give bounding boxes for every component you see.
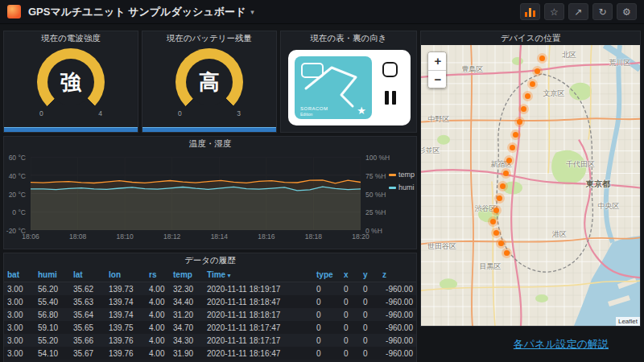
navbar: GPSマルチユニット サンプルダッシュボード ▾ ☆ ↗ ↻ ⚙ (0, 0, 644, 24)
panel-title-battery[interactable]: 現在のバッテリー残量 (142, 31, 276, 45)
table-cell: 4.00 (146, 321, 170, 334)
table-cell: 54.10 (35, 347, 70, 360)
table-cell: 4.00 (146, 308, 170, 321)
legend-label: humi (398, 183, 415, 191)
table-cell: -960.00 (379, 308, 416, 321)
table-header-bat[interactable]: bat (4, 268, 35, 282)
table-header-Time[interactable]: Time ▾ (204, 268, 313, 282)
table-row[interactable]: 3.0055.4035.63139.744.0034.402020-11-11 … (4, 295, 416, 308)
gps-marker[interactable] (503, 171, 509, 176)
table-cell: 56.20 (35, 282, 70, 296)
panel-settings-help-link[interactable]: 各パネル設定の解説 (514, 337, 609, 352)
table-cell: 2020-11-11 18:17:17 (204, 334, 313, 347)
chart-legend: temphumi (389, 171, 417, 196)
table-cell: 139.75 (105, 321, 146, 334)
panel-title-signal[interactable]: 現在の電波強度 (4, 31, 138, 45)
table-row[interactable]: 3.0056.2035.62139.734.0032.302020-11-11 … (4, 282, 416, 296)
legend-item-temp[interactable]: temp (389, 171, 417, 179)
table-cell: 0 (313, 295, 341, 308)
gps-marker[interactable] (525, 93, 530, 99)
legend-label: temp (398, 171, 415, 179)
table-body: 3.0056.2035.62139.734.0032.302020-11-11 … (4, 282, 416, 360)
panel-title-map[interactable]: デバイスの位置 (421, 31, 640, 45)
gps-marker[interactable] (506, 158, 512, 163)
device-illustration: ★ SORACOM Edition (295, 56, 372, 119)
table-cell: 35.63 (70, 295, 105, 308)
y-axis-left-tick: 40 °C (9, 172, 26, 180)
table-cell: 0 (341, 347, 360, 360)
gps-marker[interactable] (493, 230, 499, 236)
gps-marker[interactable] (517, 119, 522, 125)
gps-marker[interactable] (504, 250, 510, 256)
table-header-x[interactable]: x (341, 268, 360, 282)
gps-marker[interactable] (497, 195, 502, 201)
grafana-logo-icon (7, 5, 21, 19)
table-cell: -960.00 (379, 334, 416, 347)
y-axis-left-tick: 20 °C (9, 191, 26, 199)
table-cell: 3.00 (4, 282, 35, 296)
data-table: bathumilatlonrstempTime ▾typexyz 3.0056.… (4, 268, 416, 360)
panel-device-location: デバイスの位置 (420, 31, 641, 327)
signal-gauge-value: 強 (37, 48, 105, 116)
table-cell: 0 (341, 308, 360, 321)
table-row[interactable]: 3.0059.1035.65139.754.0034.702020-11-11 … (4, 321, 416, 334)
table-cell: 0 (341, 282, 360, 296)
map-district-label: 豊島区 (462, 64, 484, 75)
star-button[interactable]: ☆ (544, 3, 564, 20)
table-header-temp[interactable]: temp (170, 268, 204, 282)
bar-chart-add-icon (525, 7, 536, 17)
table-header-y[interactable]: y (360, 268, 379, 282)
table-header-type[interactable]: type (313, 268, 341, 282)
gps-marker[interactable] (521, 106, 526, 112)
panel-title-table[interactable]: データの履歴 (4, 253, 416, 267)
table-header-z[interactable]: z (379, 268, 416, 282)
settings-button[interactable]: ⚙ (617, 3, 637, 20)
table-cell: 139.74 (105, 295, 146, 308)
table-cell: 0 (360, 282, 379, 296)
map-attribution[interactable]: Leaflet (616, 317, 640, 326)
zoom-in-button[interactable]: + (428, 52, 447, 70)
share-button[interactable]: ↗ (568, 3, 588, 20)
y-axis-left: 60 °C40 °C20 °C0 °C-20 °C (4, 157, 28, 230)
legend-item-humi[interactable]: humi (389, 183, 417, 191)
table-row[interactable]: 3.0056.8035.64139.744.0031.202020-11-11 … (4, 308, 416, 321)
table-row[interactable]: 3.0055.2035.66139.764.0034.302020-11-11 … (4, 334, 416, 347)
zoom-out-button[interactable]: − (428, 70, 447, 88)
table-row[interactable]: 3.0054.1035.67139.764.0031.902020-11-11 … (4, 347, 416, 360)
panel-title-orientation[interactable]: 現在の表・裏の向き (281, 31, 416, 45)
panel-title-chart[interactable]: 温度・湿度 (4, 137, 416, 150)
map-zoom-control: + − (427, 51, 447, 88)
gps-marker[interactable] (535, 68, 540, 74)
x-axis-tick: 18:16 (258, 232, 275, 241)
cycle-view-button[interactable]: ↻ (592, 3, 613, 20)
dashboard-title[interactable]: GPSマルチユニット サンプルダッシュボード ▾ (28, 5, 254, 19)
y-axis-left-tick: 60 °C (9, 154, 26, 162)
gps-marker[interactable] (498, 241, 504, 246)
map-district-label: 東京都 (586, 179, 610, 190)
gps-marker[interactable] (539, 56, 545, 61)
time-series-plot[interactable] (31, 157, 361, 230)
table-cell: 35.64 (70, 308, 105, 321)
gps-marker[interactable] (530, 81, 535, 87)
gps-marker[interactable] (510, 145, 515, 150)
table-cell: 3.00 (4, 334, 35, 347)
gps-marker[interactable] (500, 183, 506, 189)
table-header-rs[interactable]: rs (146, 268, 170, 282)
table-cell: 35.62 (70, 282, 105, 296)
add-panel-button[interactable] (520, 3, 540, 20)
map[interactable]: 北区荒川区豊島区文京区中野区杉並区新宿区千代田区東京都中央区渋谷区港区世田谷区目… (421, 45, 640, 326)
legend-color-swatch (389, 174, 396, 176)
table-header-humi[interactable]: humi (35, 268, 70, 282)
panel-temp-humidity: 温度・湿度 60 °C40 °C20 °C0 °C-20 °C 100 %H75… (3, 136, 417, 249)
table-cell: 55.20 (35, 334, 70, 347)
gps-marker[interactable] (513, 132, 518, 138)
y-axis-left-tick: 0 °C (12, 208, 26, 216)
gps-marker[interactable] (493, 208, 499, 213)
panel-orientation: 現在の表・裏の向き ★ SORACOM Edition (280, 31, 417, 133)
table-header-lat[interactable]: lat (70, 268, 105, 282)
table-cell: 0 (360, 308, 379, 321)
x-axis-tick: 18:20 (352, 232, 369, 241)
table-cell: 0 (360, 321, 379, 334)
table-header-lon[interactable]: lon (105, 268, 146, 282)
gps-marker[interactable] (490, 219, 496, 224)
